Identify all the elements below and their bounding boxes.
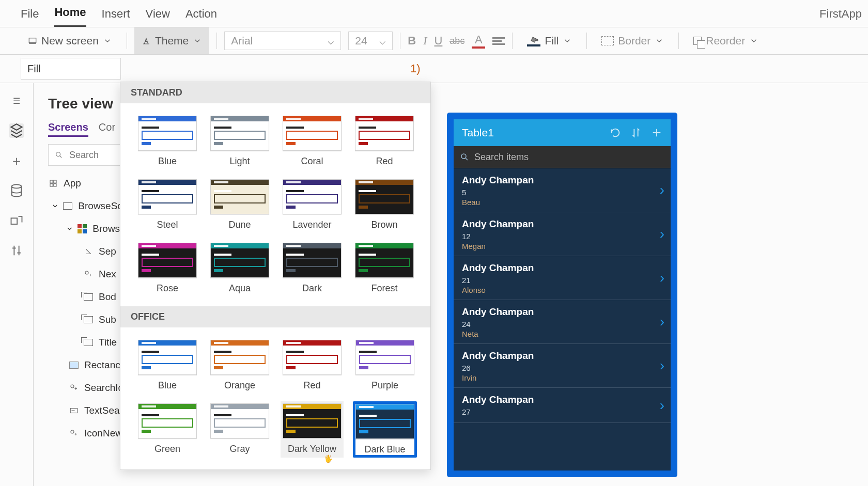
svg-rect-6 — [54, 180, 56, 183]
menu-bar: FileHomeInsertViewActionFirstApp — [0, 0, 868, 27]
reorder-icon — [693, 37, 702, 45]
text-icon — [69, 405, 79, 416]
left-rail: ☰ ＋ — [0, 83, 34, 486]
list-item[interactable]: Andy Champan26Irvin› — [454, 344, 671, 388]
text-align-button[interactable] — [492, 37, 505, 45]
theme-dropdown: STANDARDBlueLightCoralRedSteelDuneLavend… — [120, 82, 431, 470]
theme-card-dark-yellow[interactable]: Dark Yellow — [281, 401, 344, 458]
list-item[interactable]: Andy Champan24Neta› — [454, 300, 671, 344]
add-icon — [83, 269, 94, 279]
svg-rect-5 — [50, 180, 53, 183]
app-preview: Table1 Search items Andy Champan5Beau›An… — [448, 114, 676, 476]
svg-point-12 — [71, 430, 74, 433]
border-button[interactable]: Border — [594, 27, 671, 54]
list-item[interactable]: Andy Champan5Beau› — [454, 168, 671, 212]
chevron-right-icon: › — [660, 226, 664, 242]
theme-card-green[interactable]: Green — [136, 401, 199, 458]
refresh-icon[interactable] — [610, 127, 621, 138]
theme-icon — [142, 36, 151, 45]
theme-card-rose[interactable]: Rose — [136, 241, 199, 296]
theme-card-gray[interactable]: Gray — [208, 401, 271, 458]
italic-button[interactable]: I — [423, 34, 427, 48]
menu-view[interactable]: View — [146, 7, 170, 27]
rect-icon — [69, 360, 79, 370]
strikethrough-button[interactable]: abc — [450, 36, 464, 46]
theme-card-coral[interactable]: Coral — [281, 114, 344, 169]
font-family-combo[interactable]: Arial ⌵ — [224, 32, 341, 50]
add-icon — [69, 428, 79, 438]
svg-point-4 — [56, 152, 60, 156]
theme-card-red[interactable]: Red — [281, 338, 344, 393]
data-rail-icon[interactable] — [9, 183, 24, 198]
menu-home[interactable]: Home — [54, 6, 86, 27]
bold-button[interactable]: B — [408, 34, 416, 48]
svg-rect-3 — [11, 218, 18, 224]
menu-toggle-icon[interactable]: ☰ — [9, 93, 24, 108]
app-title: FirstApp — [819, 7, 862, 21]
chevron-down-icon — [193, 36, 202, 45]
svg-rect-8 — [54, 184, 56, 186]
tree-view-rail-icon[interactable] — [9, 123, 24, 138]
gallery-icon — [77, 224, 87, 234]
property-selector[interactable]: Fill — [21, 58, 121, 80]
list-item[interactable]: Andy Champan27› — [454, 388, 671, 423]
chevron-down-icon — [563, 36, 572, 45]
tab-components[interactable]: Cor — [99, 121, 115, 137]
underline-button[interactable]: U — [434, 34, 442, 48]
label-icon — [83, 337, 94, 348]
media-rail-icon[interactable] — [9, 213, 24, 228]
list-item[interactable]: Andy Champan21Alonso› — [454, 256, 671, 300]
theme-card-purple[interactable]: Purple — [353, 338, 417, 393]
svg-point-13 — [461, 154, 466, 159]
menu-insert[interactable]: Insert — [102, 7, 130, 27]
theme-card-steel[interactable]: Steel — [136, 177, 199, 232]
new-screen-button[interactable]: New screen — [21, 27, 119, 54]
chevron-down-icon — [749, 36, 758, 45]
svg-rect-0 — [29, 38, 36, 43]
advanced-rail-icon[interactable] — [9, 243, 24, 258]
ribbon: New screen Theme Arial ⌵ 24 ⌵ B I U abc … — [0, 27, 868, 55]
tab-screens[interactable]: Screens — [48, 121, 88, 137]
reorder-button[interactable]: Reorder — [686, 27, 766, 54]
theme-card-aqua[interactable]: Aqua — [208, 241, 271, 296]
svg-point-2 — [12, 184, 22, 188]
sep-icon — [83, 246, 94, 257]
menu-file[interactable]: File — [21, 7, 39, 27]
formula-bar: Fill 1) — [0, 55, 868, 83]
fill-button[interactable]: Fill — [520, 27, 579, 54]
menu-action[interactable]: Action — [185, 7, 217, 27]
screen-icon — [28, 36, 37, 45]
search-icon — [460, 152, 469, 162]
theme-card-blue[interactable]: Blue — [136, 338, 199, 393]
font-color-button[interactable]: A — [472, 33, 485, 49]
theme-card-dune[interactable]: Dune — [208, 177, 271, 232]
preview-title: Table1 — [462, 127, 494, 139]
border-icon — [601, 36, 614, 45]
formula-value[interactable]: 1) — [410, 62, 421, 75]
list-item[interactable]: Andy Champan12Megan› — [454, 212, 671, 256]
chevron-right-icon: › — [660, 357, 664, 374]
theme-card-blue[interactable]: Blue — [136, 114, 199, 169]
chevron-down-icon — [655, 36, 664, 45]
theme-card-orange[interactable]: Orange — [208, 338, 271, 393]
sort-icon[interactable] — [630, 127, 642, 138]
font-size-combo[interactable]: 24 ⌵ — [348, 32, 393, 50]
chevron-down-icon — [103, 36, 112, 45]
theme-card-dark-blue[interactable]: Dark Blue — [353, 401, 417, 458]
theme-group-header: OFFICE — [120, 306, 430, 327]
theme-card-light[interactable]: Light — [208, 114, 271, 169]
theme-button[interactable]: Theme — [134, 27, 209, 54]
add-icon[interactable] — [651, 127, 662, 138]
theme-card-red[interactable]: Red — [353, 114, 416, 169]
add-icon — [69, 383, 79, 393]
chevron-right-icon: › — [660, 397, 664, 414]
chevron-right-icon: › — [660, 313, 664, 330]
theme-card-lavender[interactable]: Lavender — [281, 177, 344, 232]
screen-icon — [63, 201, 73, 211]
theme-card-dark[interactable]: Dark — [281, 241, 344, 296]
preview-search[interactable]: Search items — [454, 146, 671, 168]
theme-card-brown[interactable]: Brown — [353, 177, 416, 232]
app-icon — [49, 179, 58, 188]
theme-card-forest[interactable]: Forest — [353, 241, 416, 296]
insert-rail-icon[interactable]: ＋ — [9, 153, 24, 168]
